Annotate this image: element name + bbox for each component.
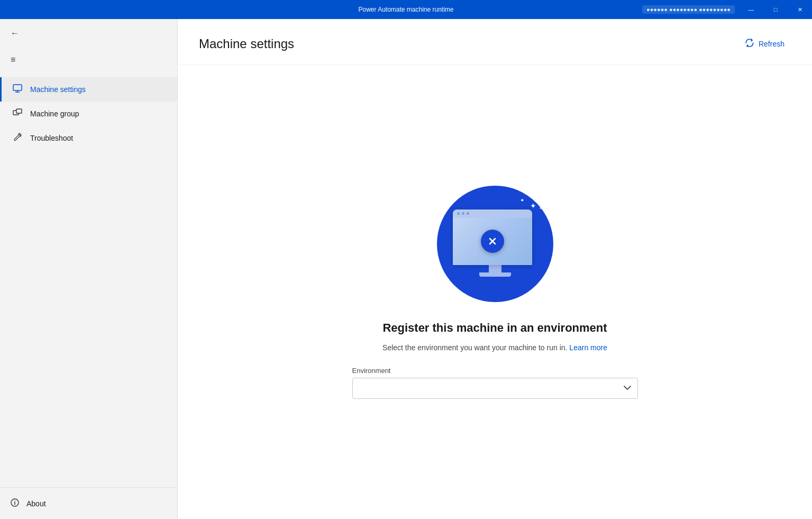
sparkle-icon-2: ✦: [520, 197, 524, 203]
monitor-icon: [12, 84, 23, 95]
sparkle-icon-3: ✦: [539, 206, 543, 211]
machine-group-label: Machine group: [30, 110, 79, 118]
content-header: Machine settings Refresh: [178, 19, 812, 65]
sidebar-item-about[interactable]: About: [11, 495, 167, 512]
main-content: Machine settings Refresh ✦ ✦: [178, 19, 812, 519]
app-title: Power Automate machine runtime: [358, 6, 453, 13]
refresh-icon: [745, 38, 754, 50]
monitor-content: [453, 218, 532, 265]
monitor-screen: [453, 210, 532, 265]
register-title: Register this machine in an environment: [382, 321, 607, 335]
page-title: Machine settings: [199, 37, 294, 51]
sidebar-navigation: Machine settings Machine group: [0, 73, 177, 487]
sidebar-item-troubleshoot[interactable]: Troubleshoot: [0, 126, 177, 150]
window-controls: — □ ✕: [739, 0, 812, 19]
refresh-label: Refresh: [759, 40, 784, 48]
close-button[interactable]: ✕: [788, 0, 812, 19]
sidebar-bottom: About: [0, 487, 177, 519]
register-description: Select the environment you want your mac…: [382, 343, 607, 352]
monitor-base: [479, 272, 511, 277]
wrench-icon: [12, 133, 23, 143]
machine-settings-label: Machine settings: [30, 85, 86, 94]
minimize-button[interactable]: —: [739, 0, 763, 19]
chevron-down-icon: [624, 385, 631, 392]
troubleshoot-label: Troubleshoot: [30, 134, 73, 142]
learn-more-link[interactable]: Learn more: [569, 343, 607, 352]
topbar-dot-1: [457, 212, 460, 215]
back-icon: ←: [11, 29, 19, 38]
svg-rect-4: [16, 109, 22, 113]
sidebar-item-machine-settings[interactable]: Machine settings: [0, 77, 177, 102]
machine-group-icon: [12, 108, 23, 119]
maximize-button[interactable]: □: [763, 0, 788, 19]
sidebar-top: ←: [0, 19, 177, 44]
environment-dropdown[interactable]: [352, 378, 638, 399]
info-icon: [11, 498, 19, 508]
sidebar-item-machine-group[interactable]: Machine group: [0, 102, 177, 126]
about-label: About: [26, 499, 46, 508]
error-circle-icon: [481, 230, 504, 253]
app-body: ← ≡ Machine settings: [0, 19, 812, 519]
content-body: ✦ ✦ ✦: [178, 65, 812, 519]
illustration-container: ✦ ✦ ✦: [437, 186, 553, 302]
svg-rect-0: [13, 85, 22, 90]
hamburger-button[interactable]: ≡: [8, 53, 17, 67]
topbar-dot-3: [467, 212, 469, 215]
user-info: ●●●●●● ●●●●●●●● ●●●●●●●●●: [642, 5, 735, 14]
sparkle-icon-1: ✦: [530, 202, 536, 210]
back-button[interactable]: ←: [8, 26, 21, 40]
svg-point-7: [14, 500, 15, 502]
monitor-topbar: [453, 210, 532, 218]
register-desc-text: Select the environment you want your mac…: [382, 343, 567, 352]
refresh-button[interactable]: Refresh: [738, 34, 791, 54]
environment-section: Environment: [352, 367, 638, 399]
monitor-illustration: [453, 210, 537, 278]
sidebar: ← ≡ Machine settings: [0, 19, 178, 519]
monitor-stand: [489, 265, 501, 272]
title-bar: Power Automate machine runtime ●●●●●● ●●…: [0, 0, 812, 19]
hamburger-icon: ≡: [11, 55, 15, 65]
topbar-dot-2: [462, 212, 464, 215]
environment-label: Environment: [352, 367, 638, 375]
